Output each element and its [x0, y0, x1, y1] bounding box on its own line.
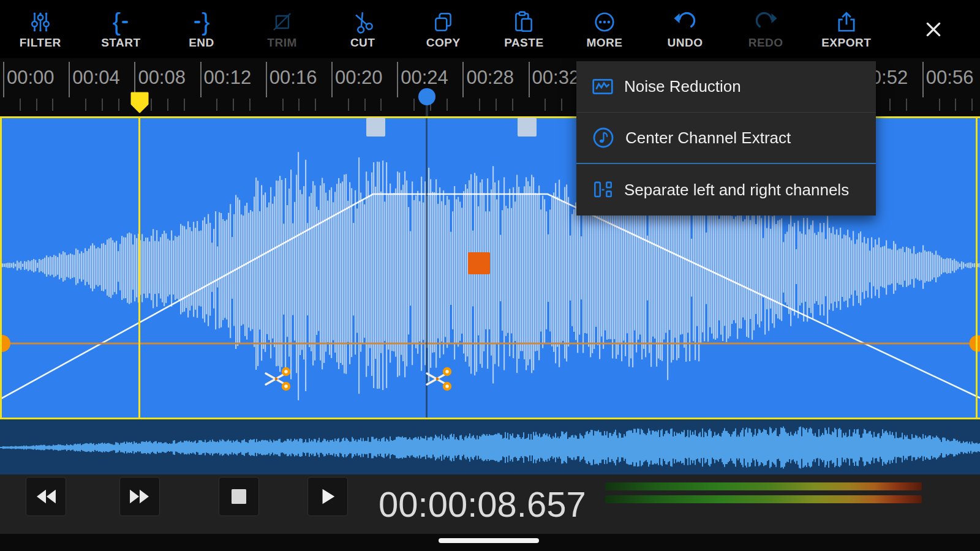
split-scissors-icon[interactable]	[424, 365, 453, 394]
end-label: END	[189, 36, 214, 50]
ruler-tick-major	[922, 62, 924, 97]
undo-label: UNDO	[668, 36, 703, 50]
trim-icon	[271, 9, 293, 36]
overview-waveform-canvas[interactable]	[0, 419, 980, 474]
start-button[interactable]: { START	[81, 0, 162, 58]
play-button[interactable]	[307, 477, 348, 516]
ruler-tick-minor	[20, 99, 21, 111]
ruler-tick-minor	[479, 99, 480, 111]
filter-button[interactable]: FILTER	[0, 0, 81, 58]
trim-button: TRIM	[242, 0, 323, 58]
envelope-node-handle[interactable]	[518, 118, 537, 137]
ruler-label: 00:08	[138, 67, 186, 89]
trim-label: TRIM	[267, 36, 296, 50]
ruler-tick-minor	[282, 99, 284, 111]
ruler-label: 00:28	[466, 67, 514, 89]
more-button[interactable]: MORE	[564, 0, 645, 58]
rewind-button[interactable]	[26, 477, 66, 516]
menu-label: Center Channel Extract	[625, 129, 791, 148]
ruler-tick-minor	[249, 99, 251, 111]
fast-forward-icon	[127, 487, 152, 506]
filter-label: FILTER	[20, 36, 61, 50]
ruler-tick-major	[200, 62, 202, 97]
selection-start-marker[interactable]	[130, 92, 149, 114]
level-meter-right	[605, 495, 922, 503]
copy-button[interactable]: COPY	[403, 0, 484, 58]
transport-bar: 00:00:08.657	[0, 474, 980, 534]
ruler-tick-minor	[216, 99, 217, 111]
stop-icon	[231, 489, 247, 504]
more-icon	[593, 9, 616, 36]
paste-icon	[512, 9, 535, 36]
ruler-tick-minor	[118, 99, 119, 111]
center-channel-icon	[591, 126, 616, 150]
undo-button[interactable]: UNDO	[645, 0, 726, 58]
menu-label: Separate left and right channels	[624, 181, 849, 200]
clip-marker-square[interactable]	[468, 252, 490, 274]
cut-button[interactable]: CUT	[322, 0, 403, 58]
close-icon	[924, 20, 943, 39]
overview-strip[interactable]	[0, 419, 980, 474]
playhead-marker[interactable]	[418, 88, 436, 116]
filter-icon	[29, 9, 52, 36]
ruler-tick-minor	[561, 99, 562, 111]
play-icon	[319, 487, 336, 506]
fade-envelope-line	[0, 194, 980, 399]
ruler-tick-minor	[364, 99, 366, 111]
paste-label: PASTE	[504, 36, 543, 50]
ruler-tick-minor	[348, 99, 349, 111]
selection-start-line	[138, 116, 140, 419]
ruler-label: 00:24	[401, 67, 448, 89]
selection-border-right	[976, 116, 978, 419]
export-label: EXPORT	[821, 36, 871, 50]
redo-button: REDO	[725, 0, 806, 58]
ruler-tick-minor	[298, 99, 300, 111]
stop-button[interactable]	[219, 477, 259, 516]
ruler-tick-major	[3, 62, 4, 97]
ruler-tick-minor	[447, 99, 448, 111]
ruler-tick-minor	[102, 99, 103, 111]
ruler-tick-minor	[955, 99, 956, 111]
toolbar: FILTER { START } END TRIM	[0, 0, 980, 58]
menu-item-center-channel-extract[interactable]: Center Channel Extract	[576, 113, 876, 164]
menu-item-noise-reduction[interactable]: Noise Reduction	[576, 61, 876, 113]
ruler-tick-minor	[315, 99, 316, 111]
ruler-label: 00:32	[532, 67, 580, 89]
separate-channels-icon	[591, 178, 614, 201]
envelope-node-handle[interactable]	[366, 118, 385, 137]
export-button[interactable]: EXPORT	[806, 0, 887, 58]
end-button[interactable]: } END	[161, 0, 242, 58]
selection-start-icon: {	[113, 9, 129, 36]
ruler-tick-minor	[889, 99, 891, 111]
paste-button[interactable]: PASTE	[484, 0, 565, 58]
start-label: START	[101, 36, 140, 50]
split-scissors-icon[interactable]	[263, 365, 292, 394]
bottom-strip	[0, 534, 980, 551]
ruler-label: 00:16	[270, 67, 317, 89]
ruler-tick-minor	[52, 99, 53, 111]
ruler-tick-minor	[151, 99, 152, 111]
ruler-tick-minor	[939, 99, 940, 111]
ruler-tick-minor	[906, 99, 907, 111]
ruler-label: 00:00	[7, 67, 55, 89]
time-display: 00:00:08.657	[379, 474, 586, 534]
ruler-tick-minor	[167, 99, 168, 111]
ruler-tick-major	[266, 62, 267, 97]
fast-forward-button[interactable]	[119, 477, 160, 516]
ruler-tick-major	[529, 62, 530, 97]
cut-label: CUT	[350, 36, 375, 50]
ruler-tick-minor	[545, 99, 546, 111]
level-meter-left	[605, 482, 922, 490]
ruler-tick-major	[462, 62, 464, 97]
home-indicator	[439, 538, 539, 543]
ruler-tick-minor	[233, 99, 234, 111]
redo-icon	[754, 9, 777, 36]
ruler-tick-minor	[36, 99, 37, 111]
menu-item-separate-channels[interactable]: Separate left and right channels	[576, 164, 876, 216]
close-button[interactable]	[887, 0, 980, 58]
ruler-tick-minor	[380, 99, 382, 111]
ruler-label: 00:12	[204, 67, 252, 89]
ruler-tick-major	[331, 62, 333, 97]
volume-handle-right[interactable]	[970, 335, 980, 352]
copy-label: COPY	[426, 36, 461, 50]
